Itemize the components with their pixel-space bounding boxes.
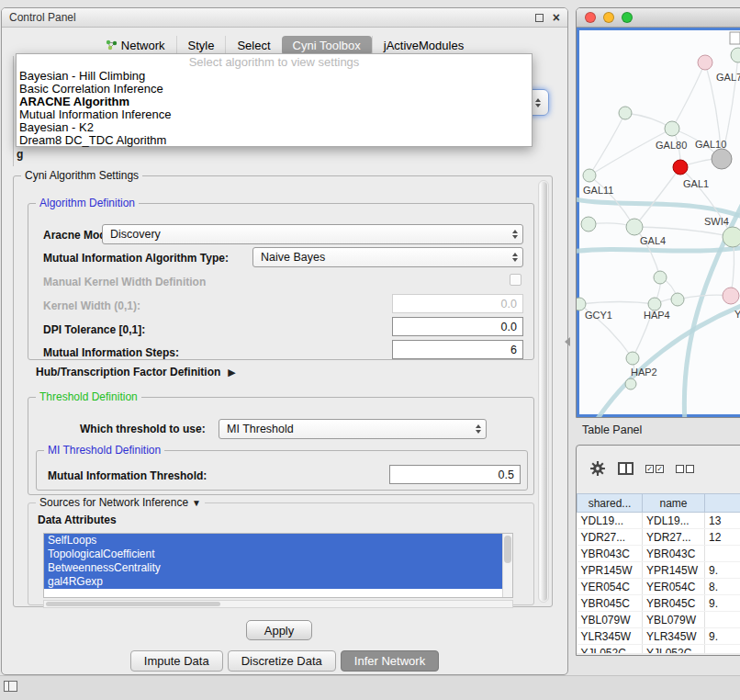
data-attribute-item[interactable]: gal4RGexp (44, 575, 502, 589)
data-attribute-item[interactable]: SelfLoops (44, 534, 502, 548)
control-panel-tabbar: NetworkStyleSelectCyni ToolboxjActiveMod… (2, 35, 567, 55)
table-row[interactable]: YDL19...YDL19...13 (577, 513, 740, 529)
network-edge[interactable] (589, 113, 625, 175)
network-graph: GAL7GAL80GAL10GAL1GAL11GAL4SWI4GCY1HAP4Y… (577, 28, 740, 418)
mi-algorithm-type-combo[interactable]: Naive Bayes (252, 247, 523, 267)
network-edge[interactable] (579, 302, 655, 305)
table-cell: YDR27... (643, 529, 705, 546)
table-row[interactable]: YJL052CYJL052C (577, 645, 740, 654)
network-node[interactable] (673, 160, 688, 175)
bottom-tab-impute-data[interactable]: Impute Data (130, 650, 223, 672)
network-node[interactable] (731, 48, 740, 62)
splitter-collapse-handle[interactable] (565, 337, 570, 346)
network-node[interactable] (626, 219, 643, 235)
table-cell: YBR045C (577, 595, 643, 612)
scrollbar-thumb[interactable] (504, 536, 511, 563)
clear-all-checks-icon[interactable] (676, 465, 694, 473)
algorithm-option[interactable]: Bayesian - Hill Climbing (17, 70, 532, 83)
window-close-button[interactable] (585, 12, 596, 23)
list-horizontal-scrollbar[interactable] (43, 600, 513, 608)
settings-scrollbar[interactable] (538, 180, 549, 603)
columns-icon[interactable] (618, 462, 633, 475)
data-attributes-list[interactable]: SelfLoopsTopologicalCoefficientBetweenne… (43, 533, 513, 598)
network-node-label: GAL4 (640, 235, 666, 246)
network-node[interactable] (665, 121, 679, 136)
select-all-checks-icon[interactable]: ✓✓ (645, 465, 664, 473)
algorithm-option[interactable]: Basic Correlation Inference (17, 83, 532, 96)
network-canvas[interactable]: GAL7GAL80GAL10GAL1GAL11GAL4SWI4GCY1HAP4Y… (577, 28, 740, 417)
expand-right-icon: ▶ (228, 367, 235, 378)
apply-button[interactable]: Apply (246, 620, 312, 640)
tab-jactivemodules[interactable]: jActiveModules (372, 36, 475, 55)
network-node[interactable] (577, 298, 586, 310)
network-view-window: GAL7GAL80GAL10GAL1GAL11GAL4SWI4GCY1HAP4Y… (576, 7, 740, 418)
table-row[interactable]: YER054CYER054C8. (577, 579, 740, 595)
window-zoom-button[interactable] (622, 12, 633, 23)
data-attribute-item[interactable]: BetweennessCentrality (44, 561, 502, 575)
network-node[interactable] (619, 107, 632, 119)
table-row[interactable]: YBL079WYBL079W (577, 612, 740, 628)
table-row[interactable]: YLR345WYLR345W9. (577, 628, 740, 645)
network-edge[interactable] (672, 62, 705, 129)
table-row[interactable]: YBR045CYBR045C9. (577, 595, 740, 612)
scrollbar-thumb[interactable] (46, 602, 220, 606)
aracne-mode-combo[interactable]: Discovery (102, 224, 523, 244)
network-node[interactable] (712, 149, 732, 169)
algorithm-option[interactable]: Bayesian - K2 (17, 121, 532, 134)
network-node[interactable] (625, 378, 636, 390)
network-edge[interactable] (634, 167, 680, 227)
dpi-tolerance-field[interactable] (392, 317, 523, 336)
table-cell: YER054C (577, 579, 643, 595)
tab-label: Select (237, 39, 270, 52)
network-node[interactable] (723, 227, 740, 247)
float-window-icon[interactable] (535, 14, 544, 22)
which-threshold-combo[interactable]: MI Threshold (219, 419, 487, 439)
table-row[interactable]: YDR27...YDR27...12 (577, 529, 740, 546)
spinner-arrows-icon (535, 98, 541, 107)
scrollbar-thumb[interactable] (540, 182, 547, 601)
table-cell: YJL052C (577, 645, 643, 654)
control-panel-window: Control Panel × NetworkStyleSelectCyni T… (1, 7, 568, 675)
collapse-down-icon: ▼ (192, 498, 201, 508)
window-buttons (585, 12, 633, 23)
hub-transcription-factor-section[interactable]: Hub/Transcription Factor Definition ▶ (36, 366, 236, 378)
algorithm-option[interactable]: Dream8 DC_TDC Algorithm (17, 134, 532, 147)
network-node-label: GAL1 (683, 178, 709, 189)
data-attribute-item[interactable]: TopologicalCoefficient (44, 548, 502, 561)
network-node[interactable] (671, 293, 684, 306)
network-edge[interactable] (589, 129, 672, 175)
table-row[interactable]: YPR145WYPR145W9. (577, 562, 740, 579)
gear-icon[interactable] (589, 460, 606, 477)
dpi-tolerance-label: DPI Tolerance [0,1]: (43, 323, 145, 336)
network-node[interactable] (723, 288, 739, 304)
network-node[interactable] (581, 217, 596, 231)
mi-steps-field[interactable] (392, 340, 523, 359)
tab-select[interactable]: Select (225, 36, 281, 55)
sources-title[interactable]: Sources for Network Inference▼ (36, 496, 205, 510)
tab-network[interactable]: Network (95, 36, 176, 55)
table-column-header[interactable]: shared... (577, 494, 643, 513)
tab-style[interactable]: Style (176, 36, 226, 55)
table-cell: YER054C (643, 579, 705, 595)
table-column-header[interactable]: name (643, 494, 705, 513)
network-window-titlebar (577, 8, 740, 28)
network-node[interactable] (654, 271, 667, 284)
overview-box[interactable] (730, 32, 740, 44)
mi-threshold-field[interactable] (389, 465, 521, 484)
show-panel-icon[interactable] (4, 681, 17, 692)
bottom-tab-discretize-data[interactable]: Discretize Data (228, 650, 336, 672)
bottom-tab-infer-network[interactable]: Infer Network (341, 650, 439, 672)
network-node[interactable] (698, 55, 712, 70)
algorithm-option[interactable]: Mutual Information Inference (17, 108, 532, 121)
network-node[interactable] (583, 169, 596, 182)
table-row[interactable]: YBR043CYBR043C (577, 546, 740, 562)
table-column-header[interactable] (705, 494, 740, 513)
algorithm-option[interactable]: ARACNE Algorithm (17, 96, 532, 108)
network-node[interactable] (626, 352, 639, 365)
sources-group: Sources for Network Inference▼ Data Attr… (28, 502, 534, 605)
list-vertical-scrollbar[interactable] (502, 534, 512, 597)
window-minimize-button[interactable] (603, 12, 614, 23)
network-node[interactable] (648, 298, 661, 310)
close-icon[interactable]: × (553, 11, 560, 24)
tab-cyni-toolbox[interactable]: Cyni Toolbox (282, 36, 372, 55)
